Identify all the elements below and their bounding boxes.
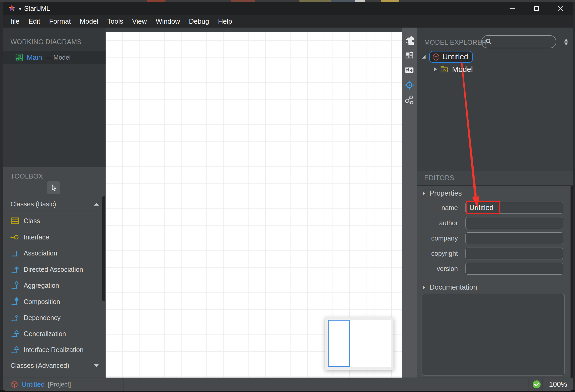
menu-debug[interactable]: Debug	[184, 15, 214, 28]
menu-tools[interactable]: Tools	[103, 15, 128, 28]
minimap-page	[328, 320, 391, 367]
tool-class[interactable]: Class	[3, 214, 106, 228]
generalization-icon	[10, 329, 19, 338]
aggregation-icon	[10, 281, 19, 290]
extensions-button[interactable]	[404, 35, 415, 45]
select-tool-button[interactable]	[47, 181, 60, 194]
tree-expand-caret[interactable]	[422, 55, 426, 59]
interface-realization-icon	[10, 345, 19, 354]
screen: • StarUML file Edit Format Model Tools V…	[0, 0, 575, 392]
documentation-textarea[interactable]	[422, 294, 565, 375]
name-label: name	[417, 202, 462, 214]
working-diagram-item-main[interactable]: Main — Model	[3, 51, 106, 64]
sort-asc-icon	[564, 39, 568, 41]
project-cube-icon	[432, 53, 440, 61]
copyright-label: copyright	[417, 248, 462, 259]
class-icon	[10, 216, 19, 226]
directed-association-icon	[10, 265, 19, 274]
property-row-author: author	[417, 217, 573, 229]
statusbar-divider	[123, 378, 124, 391]
modified-indicator: •	[19, 7, 22, 10]
name-field[interactable]	[465, 202, 563, 214]
maximize-icon	[534, 6, 539, 11]
menu-help[interactable]: Help	[214, 15, 236, 28]
share-button[interactable]	[404, 95, 415, 105]
tool-interface[interactable]: Interface	[3, 230, 106, 244]
author-label: author	[417, 217, 462, 229]
editors-body: Properties name author company	[417, 186, 573, 378]
statusbar-divider	[528, 378, 529, 391]
window-title: StarUML	[24, 5, 50, 12]
model-folder-icon	[440, 65, 449, 74]
menu-window[interactable]: Window	[151, 15, 184, 28]
titlebar: • StarUML	[3, 2, 573, 15]
tool-dependency[interactable]: Dependency	[3, 311, 106, 325]
class-diagram-icon	[15, 53, 24, 62]
toolbox-section-classes-advanced[interactable]: Classes (Advanced)	[3, 359, 106, 372]
sidebar-scrollbar[interactable]	[102, 196, 105, 301]
tool-composition[interactable]: Composition	[3, 295, 106, 309]
menu-view[interactable]: View	[128, 15, 151, 28]
close-button[interactable]	[555, 3, 566, 14]
association-icon	[10, 248, 19, 258]
toolbox-title: TOOLBOX	[11, 173, 43, 180]
model-explorer-title: MODEL EXPLORER	[424, 39, 487, 46]
expand-icon	[94, 364, 99, 367]
working-diagrams-title: WORKING DIAGRAMS	[11, 38, 82, 46]
side-toolbar	[402, 28, 417, 378]
menu-edit[interactable]: Edit	[24, 15, 45, 28]
crosshair-icon	[404, 80, 415, 90]
tree-node-untitled[interactable]: Untitled	[429, 51, 473, 63]
sort-button[interactable]	[562, 38, 571, 46]
staruml-window: • StarUML file Edit Format Model Tools V…	[3, 2, 573, 391]
section-divider	[417, 281, 570, 281]
tool-generalization[interactable]: Generalization	[3, 327, 106, 341]
zoom-level-indicator[interactable]: 100%	[543, 378, 573, 391]
minimap[interactable]	[325, 317, 393, 370]
dashboard-grid-icon	[405, 50, 414, 60]
minimap-viewport[interactable]	[328, 320, 350, 367]
toolbox-section-classes-basic[interactable]: Classes (Basic)	[3, 198, 106, 211]
tool-aggregation[interactable]: Aggregation	[3, 279, 106, 292]
cursor-arrow-icon	[50, 184, 58, 192]
editors-title: EDITORS	[424, 174, 454, 182]
property-row-version: version	[417, 263, 573, 275]
minimize-icon	[510, 8, 515, 9]
tree-collapse-caret[interactable]	[434, 67, 437, 71]
company-field[interactable]	[465, 232, 563, 244]
documentation-section-toggle[interactable]: Documentation	[423, 283, 477, 291]
composition-icon	[10, 297, 19, 306]
status-project-name: Untitled	[22, 380, 45, 389]
editors-header: EDITORS	[417, 171, 573, 186]
collapse-icon	[94, 203, 99, 206]
markdown-button[interactable]	[404, 65, 415, 75]
menu-file[interactable]: file	[6, 15, 24, 28]
tool-association[interactable]: Association	[3, 246, 106, 260]
tree-node-model-label[interactable]: Model	[452, 65, 473, 74]
editors-scrollbar[interactable]	[571, 186, 573, 378]
focus-target-button[interactable]	[404, 80, 415, 90]
menu-model[interactable]: Model	[75, 15, 103, 28]
left-sidebar: WORKING DIAGRAMS Main — Model TOOLBOX	[3, 28, 106, 378]
maximize-button[interactable]	[531, 3, 542, 14]
property-row-company: company	[417, 232, 573, 244]
layout-button[interactable]	[404, 50, 415, 60]
background-windows-strip	[0, 0, 575, 2]
toolbox-panel: TOOLBOX Classes (Basic)	[3, 167, 106, 378]
menu-format[interactable]: Format	[45, 15, 75, 28]
tool-directed-association[interactable]: Directed Association	[3, 263, 106, 276]
tool-interface-realization[interactable]: Interface Realization	[3, 343, 106, 357]
validation-status-button[interactable]	[532, 380, 541, 389]
properties-section-toggle[interactable]: Properties	[423, 189, 462, 197]
tree-node-label: Untitled	[442, 53, 468, 61]
diagram-name: Main	[27, 54, 42, 62]
minimize-button[interactable]	[507, 3, 517, 14]
model-explorer-search[interactable]	[481, 35, 556, 48]
copyright-field[interactable]	[465, 248, 563, 259]
menubar: file Edit Format Model Tools View Window…	[3, 15, 573, 28]
search-input[interactable]	[494, 38, 550, 45]
version-field[interactable]	[465, 263, 563, 275]
author-field[interactable]	[465, 217, 563, 229]
share-graph-icon	[404, 95, 414, 105]
project-status-item[interactable]: Untitled [Project]	[11, 378, 71, 391]
